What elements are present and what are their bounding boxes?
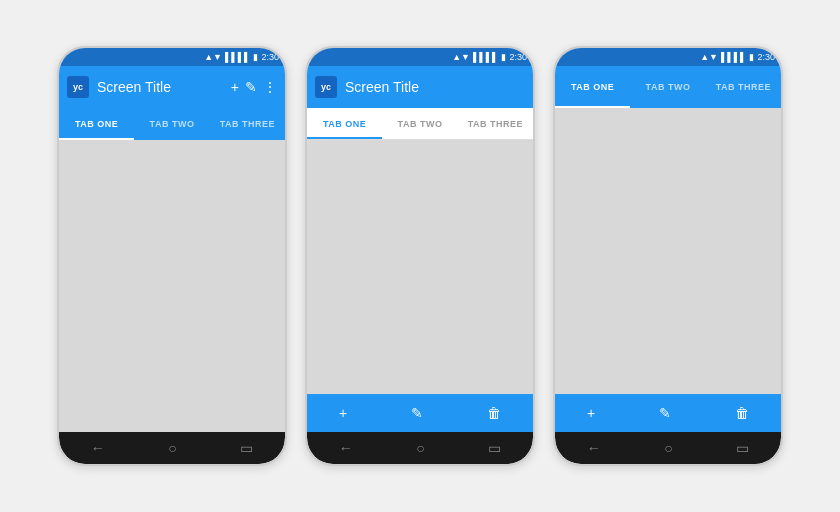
time-2: 2:30 [509, 52, 527, 62]
wifi-icon-2: ▲▼ [452, 52, 470, 62]
tab-three-3[interactable]: TAB THREE [706, 66, 781, 108]
phone-1: ▲▼ ▌▌▌▌ ▮ 2:30 yc Screen Title + ✎ ⋮ TAB… [57, 46, 287, 466]
time-1: 2:30 [261, 52, 279, 62]
status-bar-text-3: ▲▼ ▌▌▌▌ ▮ 2:30 [700, 52, 775, 62]
nav-bar-2: ← ○ ▭ [307, 432, 533, 464]
recent-nav-2[interactable]: ▭ [488, 440, 501, 456]
phone-2-wrapper: ▲▼ ▌▌▌▌ ▮ 2:30 yc Screen Title TAB ONE T… [305, 46, 535, 466]
home-nav-1[interactable]: ○ [168, 440, 176, 456]
back-nav-2[interactable]: ← [339, 440, 353, 456]
recent-nav-3[interactable]: ▭ [736, 440, 749, 456]
content-area-3 [555, 108, 781, 394]
delete-bottom-3[interactable]: 🗑 [735, 405, 749, 421]
tab-one-2[interactable]: TAB ONE [307, 108, 382, 139]
status-bar-1: ▲▼ ▌▌▌▌ ▮ 2:30 [59, 48, 285, 66]
home-nav-3[interactable]: ○ [664, 440, 672, 456]
more-icon-1[interactable]: ⋮ [263, 79, 277, 95]
bottom-bar-3: + ✎ 🗑 [555, 394, 781, 432]
app-logo-1: yc [67, 76, 89, 98]
content-area-1 [59, 140, 285, 432]
tab-one-3[interactable]: TAB ONE [555, 66, 630, 108]
action-bar-2: yc Screen Title [307, 66, 533, 108]
signal-icon-3: ▌▌▌▌ [721, 52, 747, 62]
battery-icon-3: ▮ [749, 52, 754, 62]
add-bottom-3[interactable]: + [587, 405, 595, 421]
battery-icon-2: ▮ [501, 52, 506, 62]
edit-icon-1[interactable]: ✎ [245, 79, 257, 95]
add-icon-1[interactable]: + [231, 79, 239, 95]
tab-one-1[interactable]: TAB ONE [59, 108, 134, 140]
phone-3: ▲▼ ▌▌▌▌ ▮ 2:30 TAB ONE TAB TWO TAB THREE… [553, 46, 783, 466]
content-area-2 [307, 140, 533, 394]
phone-3-wrapper: ▲▼ ▌▌▌▌ ▮ 2:30 TAB ONE TAB TWO TAB THREE… [553, 46, 783, 466]
wifi-icon-3: ▲▼ [700, 52, 718, 62]
home-nav-2[interactable]: ○ [416, 440, 424, 456]
back-nav-1[interactable]: ← [91, 440, 105, 456]
phone-2: ▲▼ ▌▌▌▌ ▮ 2:30 yc Screen Title TAB ONE T… [305, 46, 535, 466]
tab-two-1[interactable]: TAB TWO [134, 108, 209, 140]
wifi-icon-1: ▲▼ [204, 52, 222, 62]
delete-bottom-2[interactable]: 🗑 [487, 405, 501, 421]
tab-three-1[interactable]: TAB THREE [210, 108, 285, 140]
tab-three-2[interactable]: TAB THREE [458, 108, 533, 139]
signal-icon-2: ▌▌▌▌ [473, 52, 499, 62]
nav-bar-3: ← ○ ▭ [555, 432, 781, 464]
edit-bottom-2[interactable]: ✎ [411, 405, 423, 421]
tab-bar-1: TAB ONE TAB TWO TAB THREE [59, 108, 285, 140]
edit-bottom-3[interactable]: ✎ [659, 405, 671, 421]
time-3: 2:30 [757, 52, 775, 62]
phone-1-wrapper: ▲▼ ▌▌▌▌ ▮ 2:30 yc Screen Title + ✎ ⋮ TAB… [57, 46, 287, 466]
status-bar-3: ▲▼ ▌▌▌▌ ▮ 2:30 [555, 48, 781, 66]
screen-title-2: Screen Title [345, 79, 525, 95]
bottom-bar-2: + ✎ 🗑 [307, 394, 533, 432]
status-bar-text-2: ▲▼ ▌▌▌▌ ▮ 2:30 [452, 52, 527, 62]
tab-two-3[interactable]: TAB TWO [630, 66, 705, 108]
tab-bar-2: TAB ONE TAB TWO TAB THREE [307, 108, 533, 140]
tab-two-2[interactable]: TAB TWO [382, 108, 457, 139]
action-bar-1: yc Screen Title + ✎ ⋮ [59, 66, 285, 108]
status-bar-2: ▲▼ ▌▌▌▌ ▮ 2:30 [307, 48, 533, 66]
recent-nav-1[interactable]: ▭ [240, 440, 253, 456]
battery-icon-1: ▮ [253, 52, 258, 62]
tab-bar-3: TAB ONE TAB TWO TAB THREE [555, 66, 781, 108]
app-logo-2: yc [315, 76, 337, 98]
signal-icon-1: ▌▌▌▌ [225, 52, 251, 62]
action-icons-1: + ✎ ⋮ [231, 79, 277, 95]
screen-title-1: Screen Title [97, 79, 231, 95]
status-bar-text-1: ▲▼ ▌▌▌▌ ▮ 2:30 [204, 52, 279, 62]
add-bottom-2[interactable]: + [339, 405, 347, 421]
nav-bar-1: ← ○ ▭ [59, 432, 285, 464]
back-nav-3[interactable]: ← [587, 440, 601, 456]
